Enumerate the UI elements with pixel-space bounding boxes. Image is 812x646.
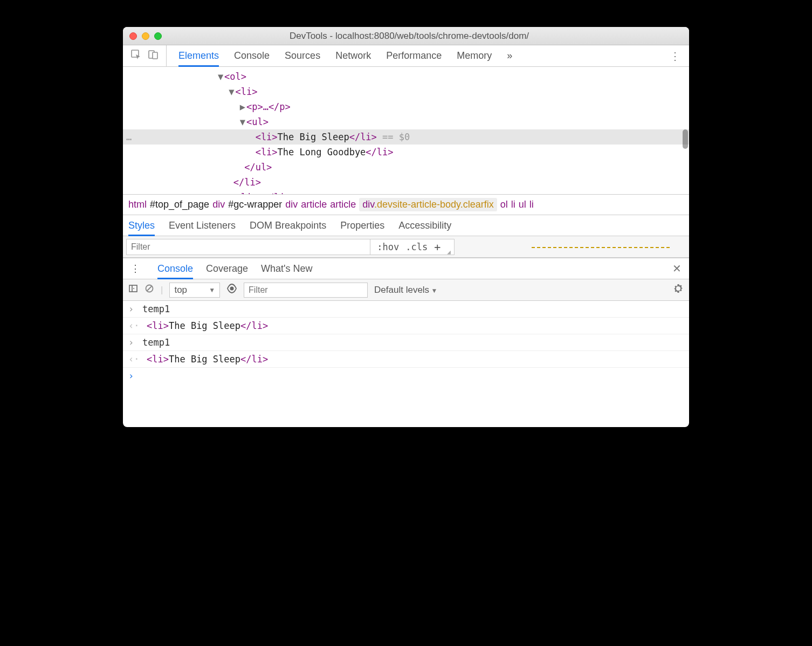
console-prompt[interactable]: › — [123, 368, 689, 384]
devtools-window: DevTools - localhost:8080/web/tools/chro… — [123, 27, 689, 427]
pane-dom-breakpoints[interactable]: DOM Breakpoints — [250, 215, 326, 236]
pane-properties[interactable]: Properties — [340, 215, 384, 236]
dom-ul-close[interactable]: </ul> — [244, 162, 272, 173]
dom-ol-open[interactable]: <ol> — [224, 71, 246, 82]
styles-filterbar: :hov .cls + ◢ — [123, 236, 689, 258]
console-settings-icon[interactable] — [673, 283, 684, 297]
console-filter-input[interactable] — [244, 283, 368, 298]
dom-li3[interactable]: <li>…</li> — [235, 192, 290, 194]
box-model-fragment — [532, 247, 670, 248]
breadcrumb[interactable]: html #top_of_page div #gc-wrapper div ar… — [123, 194, 689, 215]
close-drawer-icon[interactable]: ✕ — [668, 262, 686, 275]
settings-menu-icon[interactable]: ⋮ — [661, 50, 689, 63]
drawer-tab-coverage[interactable]: Coverage — [206, 258, 248, 279]
context-selector[interactable]: top — [169, 283, 220, 298]
inspect-element-icon[interactable] — [130, 49, 141, 63]
crumb-article1[interactable]: article — [301, 199, 327, 210]
pane-styles[interactable]: Styles — [128, 215, 155, 236]
minimize-window-button[interactable] — [142, 32, 149, 40]
cls-toggle[interactable]: .cls — [405, 242, 428, 252]
dom-selected-node[interactable]: … <li>The Big Sleep</li> == $0 — [123, 129, 689, 145]
crumb-top[interactable]: #top_of_page — [150, 199, 209, 210]
drawer-tab-console[interactable]: Console — [157, 258, 193, 279]
console-input-text: temp1 — [142, 304, 170, 314]
styles-filter-input[interactable] — [126, 239, 370, 255]
live-expression-icon[interactable] — [226, 283, 237, 297]
tab-performance[interactable]: Performance — [386, 45, 442, 66]
device-toolbar-icon[interactable] — [148, 49, 159, 63]
scrollbar-thumb[interactable] — [683, 129, 688, 149]
console-input-row[interactable]: ›temp1 — [123, 301, 689, 318]
svg-rect-2 — [153, 52, 157, 59]
dom-li-close[interactable]: </li> — [233, 177, 261, 188]
pane-accessibility[interactable]: Accessibility — [398, 215, 451, 236]
elements-tree[interactable]: ▼<ol> ▼<li> ▶<p>…</p> ▼<ul> … <li>The Bi… — [123, 67, 689, 194]
crumb-gc[interactable]: #gc-wrapper — [228, 199, 282, 210]
console-output-row[interactable]: ‹·<li>The Big Sleep</li> — [123, 318, 689, 334]
console-sidebar-toggle-icon[interactable] — [128, 284, 138, 296]
dom-p[interactable]: <p>…</p> — [246, 101, 291, 112]
console-output-row[interactable]: ‹·<li>The Big Sleep</li> — [123, 351, 689, 368]
dom-node-li2[interactable]: <li>The Long Goodbye</li> — [123, 145, 689, 160]
crumb-article2[interactable]: article — [330, 199, 356, 210]
console-input-row[interactable]: ›temp1 — [123, 334, 689, 351]
console-output[interactable]: ›temp1 ‹·<li>The Big Sleep</li> ›temp1 ‹… — [123, 301, 689, 427]
svg-point-5 — [230, 287, 234, 291]
crumb-div2[interactable]: div — [285, 199, 298, 210]
crumb-ol[interactable]: ol — [500, 199, 508, 210]
dom-li-open[interactable]: <li> — [235, 86, 257, 97]
dom-ul-open[interactable]: <ul> — [246, 116, 269, 127]
log-level-selector[interactable]: Default levels — [374, 285, 437, 295]
main-tabs: Elements Console Sources Network Perform… — [167, 45, 661, 66]
crumb-div1[interactable]: div — [212, 199, 225, 210]
traffic-lights — [129, 32, 162, 40]
zoom-window-button[interactable] — [154, 32, 162, 40]
drawer-menu-icon[interactable]: ⋮ — [126, 263, 144, 274]
tab-network[interactable]: Network — [335, 45, 371, 66]
styles-tabs: Styles Event Listeners DOM Breakpoints P… — [123, 215, 689, 236]
drawer-tab-whatsnew[interactable]: What's New — [261, 258, 312, 279]
drawer-tabs: ⋮ Console Coverage What's New ✕ — [123, 258, 689, 279]
crumb-li1[interactable]: li — [511, 199, 515, 210]
crumb-ul[interactable]: ul — [519, 199, 526, 210]
tab-console[interactable]: Console — [234, 45, 270, 66]
resize-handle-icon[interactable]: ◢ — [447, 249, 451, 256]
window-title: DevTools - localhost:8080/web/tools/chro… — [162, 31, 657, 42]
new-style-rule-icon[interactable]: + — [434, 240, 441, 253]
clear-console-icon[interactable] — [144, 284, 154, 296]
hov-toggle[interactable]: :hov — [377, 242, 399, 252]
tab-memory[interactable]: Memory — [457, 45, 492, 66]
console-toolbar: | top Default levels — [123, 279, 689, 301]
titlebar: DevTools - localhost:8080/web/tools/chro… — [123, 27, 689, 45]
close-window-button[interactable] — [129, 32, 137, 40]
pane-event-listeners[interactable]: Event Listeners — [169, 215, 236, 236]
crumb-selected[interactable]: div.devsite-article-body.clearfix — [359, 198, 497, 211]
console-input-text: temp1 — [142, 337, 170, 348]
tab-elements[interactable]: Elements — [178, 45, 219, 66]
main-toolbar: Elements Console Sources Network Perform… — [123, 45, 689, 67]
tab-sources[interactable]: Sources — [285, 45, 320, 66]
crumb-li2[interactable]: li — [529, 199, 534, 210]
crumb-html[interactable]: html — [128, 199, 147, 210]
more-tabs-icon[interactable]: » — [507, 50, 512, 61]
